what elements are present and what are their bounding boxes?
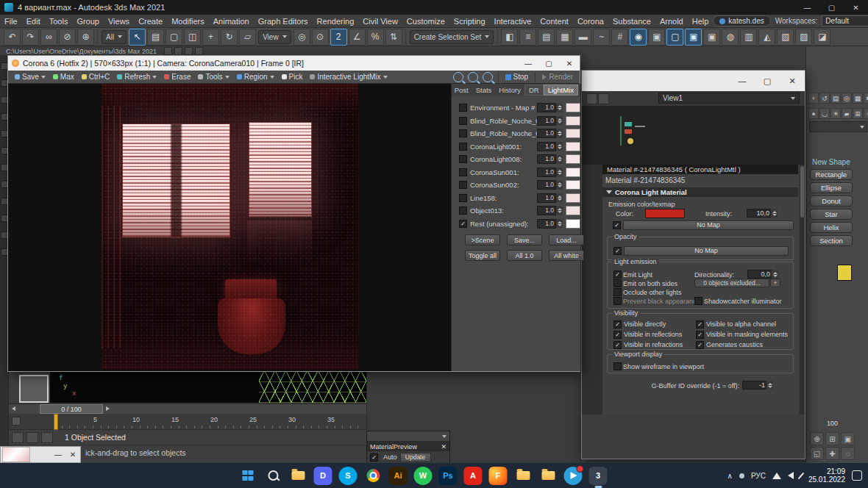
objects-excluded-button[interactable]: 0 objects excluded...: [694, 279, 769, 287]
taskbar-illustrator[interactable]: Ai: [388, 467, 407, 485]
shape-tool-button[interactable]: Star: [810, 209, 853, 220]
taskbar-whatsapp[interactable]: W: [413, 467, 432, 485]
material-tool-icon[interactable]: [586, 93, 597, 104]
parameters-scrollbar[interactable]: [800, 165, 805, 415]
docked-tool-icon[interactable]: [1, 62, 8, 70]
rendered-frame-window-icon[interactable]: ▢: [666, 29, 683, 46]
taskbar-search[interactable]: [263, 467, 282, 485]
shape-type-dropdown[interactable]: [809, 121, 867, 132]
lightmix-button[interactable]: Load...: [549, 234, 584, 245]
select-by-name-icon[interactable]: ▤: [147, 29, 164, 46]
menu-item[interactable]: Civil View: [358, 15, 402, 27]
material-editor-close-button[interactable]: ✕: [780, 71, 805, 91]
selection-filter-dropdown[interactable]: All: [102, 30, 127, 44]
select-and-scale-icon[interactable]: ▱: [239, 29, 256, 46]
prevent-black-checkbox[interactable]: [613, 297, 622, 305]
current-frame-marker[interactable]: [54, 414, 58, 430]
intensity-value[interactable]: 10,0: [747, 209, 772, 218]
align-icon[interactable]: ≡: [519, 29, 536, 46]
preview-mode-dropdown[interactable]: [367, 431, 449, 442]
opacity-map-checkbox[interactable]: ✓: [613, 247, 622, 255]
tray-chevron-icon[interactable]: ∧: [728, 472, 733, 480]
select-and-link-icon[interactable]: ∞: [40, 29, 57, 46]
selection-lock-icon[interactable]: [26, 432, 38, 443]
lightmix-row-checkbox[interactable]: [459, 129, 467, 137]
shadowcatcher-checkbox[interactable]: [694, 297, 702, 305]
select-and-rotate-icon[interactable]: ↻: [221, 29, 238, 46]
previous-frame-button[interactable]: [12, 406, 15, 411]
next-frame-button[interactable]: [106, 406, 110, 411]
scrollbar-thumb[interactable]: [800, 166, 804, 218]
lightmix-row-value[interactable]: 1.0: [537, 103, 556, 112]
lightmix-row-spinner[interactable]: [556, 104, 563, 112]
corona-close-button[interactable]: ✕: [559, 56, 580, 71]
corona-toolbar-button[interactable]: Erase: [160, 71, 194, 83]
menu-item[interactable]: Arnold: [655, 15, 688, 27]
emission-map-checkbox[interactable]: ✓: [613, 221, 621, 229]
add-excluded-object-button[interactable]: +: [770, 279, 780, 287]
docked-tool-icon[interactable]: [1, 79, 8, 87]
menu-item[interactable]: Views: [104, 15, 134, 27]
minimized-dialog[interactable]: — ✕: [0, 446, 81, 463]
lightmix-row-checkbox[interactable]: ✓: [459, 220, 467, 228]
menu-item[interactable]: Rendering: [313, 15, 359, 27]
rectangular-selection-region-icon[interactable]: ▢: [166, 29, 182, 46]
lightmix-row-swatch[interactable]: [566, 206, 580, 215]
maximize-button[interactable]: ▢: [819, 0, 844, 15]
taskbar-chrome[interactable]: [363, 467, 382, 485]
motion-tab-icon[interactable]: ◎: [842, 93, 852, 104]
mini-minimize-button[interactable]: —: [51, 451, 65, 459]
lightmix-row-value[interactable]: 1.0: [537, 129, 556, 138]
track-bar[interactable]: 5101520253035: [9, 414, 366, 430]
shape-tool-button[interactable]: Rectangle: [810, 169, 853, 180]
material-editor-maximize-button[interactable]: ▢: [755, 71, 780, 91]
hierarchy-tab-icon[interactable]: ▤: [830, 93, 841, 104]
notification-center-icon[interactable]: [852, 470, 862, 481]
select-and-move-icon[interactable]: +: [202, 29, 219, 46]
material-node[interactable]: [625, 122, 632, 126]
create-tab-icon[interactable]: +: [808, 93, 819, 104]
window-crossing-toggle-icon[interactable]: ◫: [184, 29, 201, 46]
preview-thumbnail[interactable]: [19, 375, 49, 403]
lightmix-row-spinner[interactable]: [556, 181, 563, 190]
lightmix-button[interactable]: Toggle all: [465, 250, 500, 261]
key-filter-icon[interactable]: [12, 417, 21, 426]
corona-tab[interactable]: Post: [451, 85, 472, 95]
corona-toolbar-button[interactable]: Pick: [278, 71, 307, 83]
material-preview-titlebar[interactable]: MaterialPreview ✕: [367, 442, 449, 451]
menu-item[interactable]: Help: [688, 15, 714, 27]
corona-toolbar-button[interactable]: Save: [11, 71, 49, 83]
material-editor-icon[interactable]: ◉: [630, 29, 647, 46]
lightmix-row-checkbox[interactable]: [459, 104, 467, 112]
lightmix-row-spinner[interactable]: [556, 168, 563, 176]
lightmix-row-checkbox[interactable]: [459, 207, 467, 215]
lightmix-row-swatch[interactable]: [566, 129, 580, 138]
grid-snap-icon[interactable]: [41, 432, 53, 443]
taskbar-3dsmax[interactable]: 3: [588, 467, 607, 485]
lightmix-row-swatch[interactable]: [566, 103, 580, 112]
lightmix-row-spinner[interactable]: [556, 207, 563, 215]
layer-toggle-icon[interactable]: [195, 47, 203, 55]
update-button[interactable]: Update: [400, 453, 431, 462]
lightmix-row-swatch[interactable]: [566, 142, 580, 151]
render-iterative-icon[interactable]: ▣: [703, 29, 720, 46]
lightmix-row-swatch[interactable]: [566, 180, 580, 190]
gbuffer-value[interactable]: -1: [742, 381, 767, 390]
stop-button[interactable]: Stop: [502, 71, 533, 83]
redo-icon[interactable]: ↷: [22, 29, 39, 46]
corona-toolbar-button[interactable]: Max: [49, 71, 78, 83]
arnold-render-icon[interactable]: ◭: [758, 29, 775, 46]
emit-both-sides-checkbox[interactable]: [613, 279, 622, 287]
scene-explorer-icon[interactable]: ▤: [538, 29, 555, 46]
object-color-swatch[interactable]: [837, 265, 852, 281]
corona-toolbar-button[interactable]: Refresh: [113, 71, 160, 83]
show-wireframe-checkbox[interactable]: [613, 362, 622, 370]
lightmix-button[interactable]: All 1.0: [507, 250, 542, 261]
material-node[interactable]: [627, 138, 633, 144]
render-button[interactable]: Render: [538, 71, 577, 83]
visibility-checkbox[interactable]: ✓: [613, 331, 622, 339]
reference-coordinate-dropdown[interactable]: View: [258, 30, 291, 44]
cameras-icon[interactable]: ▰: [842, 108, 852, 119]
emit-light-checkbox[interactable]: ✓: [613, 270, 622, 279]
emission-map-button[interactable]: No Map: [623, 220, 794, 230]
